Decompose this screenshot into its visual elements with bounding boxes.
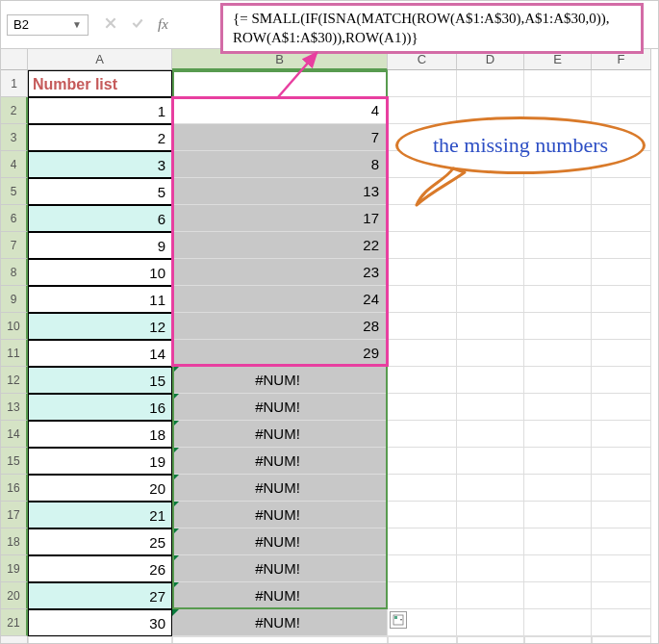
- cell-empty[interactable]: [457, 232, 524, 259]
- cell-empty[interactable]: [388, 582, 457, 609]
- cell-empty[interactable]: [388, 340, 457, 367]
- cell-a[interactable]: 11: [28, 286, 172, 313]
- cell-a[interactable]: 15: [28, 367, 172, 394]
- cell-b[interactable]: #NUM!: [172, 421, 388, 448]
- error-marker-icon[interactable]: [172, 475, 179, 481]
- cell-empty[interactable]: [592, 609, 651, 636]
- cell-empty[interactable]: [524, 259, 592, 286]
- cell-b[interactable]: #NUM!: [172, 448, 388, 475]
- cell-a[interactable]: 1: [28, 97, 172, 124]
- cell-a[interactable]: 2: [28, 124, 172, 151]
- error-marker-icon[interactable]: [172, 394, 179, 400]
- cell-empty[interactable]: [592, 502, 651, 528]
- cell-empty[interactable]: [457, 286, 524, 313]
- cell-a[interactable]: 30: [28, 609, 172, 636]
- cell-empty[interactable]: [388, 448, 457, 475]
- autofill-options-icon[interactable]: [390, 611, 407, 629]
- cell-empty[interactable]: [592, 421, 651, 448]
- cell-b[interactable]: #NUM!: [172, 555, 388, 582]
- cell-empty[interactable]: [457, 502, 524, 528]
- cell-empty[interactable]: [457, 609, 524, 636]
- error-marker-icon[interactable]: [172, 582, 179, 589]
- cell-empty[interactable]: [457, 70, 524, 97]
- row-header[interactable]: 8: [1, 259, 28, 286]
- cell-empty[interactable]: [592, 636, 651, 644]
- cell-empty[interactable]: [524, 555, 592, 582]
- row-header[interactable]: 5: [1, 178, 28, 205]
- cell-a[interactable]: 10: [28, 259, 172, 286]
- cell-empty[interactable]: [524, 286, 592, 313]
- cell-empty[interactable]: [592, 394, 651, 421]
- row-header[interactable]: 7: [1, 232, 28, 259]
- cell-empty[interactable]: [592, 448, 651, 475]
- cell-empty[interactable]: [592, 178, 651, 205]
- row-header[interactable]: 18: [1, 528, 28, 555]
- error-marker-icon[interactable]: [172, 528, 179, 535]
- cell-a[interactable]: 5: [28, 178, 172, 205]
- row-header[interactable]: 2: [1, 97, 28, 124]
- cell-empty[interactable]: [388, 286, 457, 313]
- confirm-icon[interactable]: [131, 16, 144, 33]
- cell-a[interactable]: [28, 636, 172, 644]
- cell-b[interactable]: 24: [172, 286, 388, 313]
- cell-b[interactable]: 17: [172, 205, 388, 232]
- cell-a[interactable]: 14: [28, 340, 172, 367]
- cell-empty[interactable]: [457, 394, 524, 421]
- error-marker-icon[interactable]: [172, 367, 179, 374]
- cell-a[interactable]: 20: [28, 475, 172, 502]
- cell-b[interactable]: #NUM!: [172, 502, 388, 528]
- cell-empty[interactable]: [457, 528, 524, 555]
- cell-a[interactable]: 16: [28, 394, 172, 421]
- error-marker-icon[interactable]: [172, 421, 179, 427]
- cell-b[interactable]: #NUM!: [172, 367, 388, 394]
- cell-empty[interactable]: [592, 582, 651, 609]
- error-marker-icon[interactable]: [172, 609, 179, 616]
- cell-empty[interactable]: [592, 70, 651, 97]
- cell-empty[interactable]: [388, 528, 457, 555]
- cell-b[interactable]: 28: [172, 313, 388, 340]
- row-header[interactable]: 15: [1, 448, 28, 475]
- cell-a[interactable]: 3: [28, 151, 172, 178]
- cell-empty[interactable]: [592, 475, 651, 502]
- error-marker-icon[interactable]: [172, 448, 179, 454]
- cell-b[interactable]: #NUM!: [172, 475, 388, 502]
- row-header[interactable]: 10: [1, 313, 28, 340]
- cell-empty[interactable]: [388, 367, 457, 394]
- cell-empty[interactable]: [592, 205, 651, 232]
- row-header[interactable]: 19: [1, 555, 28, 582]
- cell-empty[interactable]: [524, 367, 592, 394]
- chevron-down-icon[interactable]: ▼: [72, 19, 82, 30]
- cell-empty[interactable]: [457, 582, 524, 609]
- cell-empty[interactable]: [592, 555, 651, 582]
- cell-b[interactable]: 7: [172, 124, 388, 151]
- cell-empty[interactable]: [524, 232, 592, 259]
- cell-b[interactable]: 8: [172, 151, 388, 178]
- cell-empty[interactable]: [524, 636, 592, 644]
- col-header-a[interactable]: A: [28, 49, 172, 70]
- row-header[interactable]: 22: [1, 636, 28, 644]
- cell-empty[interactable]: [457, 636, 524, 644]
- error-marker-icon[interactable]: [172, 502, 179, 508]
- row-header[interactable]: 12: [1, 367, 28, 394]
- cell-empty[interactable]: [524, 528, 592, 555]
- cell-empty[interactable]: [457, 448, 524, 475]
- cell-empty[interactable]: [388, 636, 457, 644]
- cell-b[interactable]: #NUM!: [172, 528, 388, 555]
- cell-empty[interactable]: [457, 421, 524, 448]
- row-header[interactable]: 14: [1, 421, 28, 448]
- cell-a[interactable]: 27: [28, 582, 172, 609]
- cell-a[interactable]: 6: [28, 205, 172, 232]
- cell-empty[interactable]: [524, 178, 592, 205]
- cell-b[interactable]: [172, 636, 388, 644]
- cell-a[interactable]: Number list: [28, 70, 172, 97]
- cell-a[interactable]: 18: [28, 421, 172, 448]
- cell-empty[interactable]: [524, 448, 592, 475]
- cell-empty[interactable]: [592, 232, 651, 259]
- row-header[interactable]: 9: [1, 286, 28, 313]
- cell-b[interactable]: 22: [172, 232, 388, 259]
- row-header[interactable]: 4: [1, 151, 28, 178]
- cell-empty[interactable]: [524, 502, 592, 528]
- cell-empty[interactable]: [524, 340, 592, 367]
- fx-icon[interactable]: fx: [158, 16, 168, 33]
- cell-empty[interactable]: [524, 609, 592, 636]
